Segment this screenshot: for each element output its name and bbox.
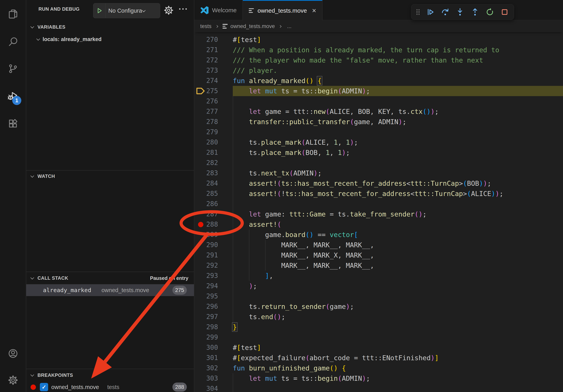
code-token: [	[354, 231, 358, 239]
close-icon[interactable]: ×	[312, 7, 316, 14]
code-line[interactable]: 296 ts.return_to_sender(game);	[194, 301, 563, 312]
section-header-watch[interactable]: WATCH	[26, 171, 194, 181]
code-line[interactable]: 279	[194, 127, 563, 137]
code-line[interactable]: 300#[test]	[194, 342, 563, 353]
step-out-icon[interactable]	[469, 6, 481, 18]
call-stack-frame-row[interactable]: already_marked owned_tests.move 275	[26, 284, 194, 296]
code-line[interactable]: 280 ts.place_mark(ALICE, 1, 1);	[194, 137, 563, 147]
code-line-content[interactable]: let mut ts = ts::begin(ADMIN);	[233, 86, 370, 96]
code-line[interactable]: 294 );	[194, 281, 563, 291]
code-line[interactable]: 272/// the player who made the "false" m…	[194, 55, 563, 65]
code-editor[interactable]: 270#[test]271/// When a position is alre…	[194, 32, 563, 392]
section-header-breakpoints[interactable]: BREAKPOINTS	[26, 370, 194, 380]
code-line-content[interactable]: ts.return_to_sender(game);	[233, 301, 354, 312]
code-line[interactable]: 284 assert!(ts::has_most_recent_for_addr…	[194, 178, 563, 188]
step-over-icon[interactable]	[439, 6, 451, 18]
code-line[interactable]: 292 MARK__, MARK__, MARK__,	[194, 260, 563, 271]
code-line[interactable]: 276	[194, 96, 563, 106]
continue-icon[interactable]	[424, 6, 437, 18]
more-actions-icon[interactable]	[179, 8, 187, 10]
sidebar-title: RUN AND DEBUG	[38, 6, 79, 12]
code-line[interactable]: 288 assert!(	[194, 219, 563, 230]
code-line-content[interactable]: ts.place_mark(ALICE, 1, 1);	[233, 137, 358, 147]
gripper-icon[interactable]	[414, 6, 422, 18]
code-line[interactable]: 270#[test]	[194, 35, 563, 45]
code-line[interactable]: 287 let game: ttt::Game = ts.take_from_s…	[194, 209, 563, 219]
code-line[interactable]: 271/// When a position is already marked…	[194, 45, 563, 55]
code-line-content[interactable]: );	[233, 281, 257, 291]
code-line[interactable]: 286	[194, 199, 563, 209]
code-line[interactable]: 273/// player.	[194, 65, 563, 76]
settings-gear-icon[interactable]	[8, 375, 19, 386]
variables-locals-row[interactable]: locals: already_marked	[26, 34, 194, 45]
code-line[interactable]: 275 let mut ts = ts::begin(ADMIN);	[194, 86, 563, 96]
step-into-icon[interactable]	[454, 6, 467, 18]
code-line-content[interactable]: assert!(!ts::has_most_recent_for_address…	[233, 188, 503, 199]
code-line[interactable]: 301#[expected_failure(abort_code = ttt::…	[194, 353, 563, 363]
code-line[interactable]: 304	[194, 383, 563, 392]
code-line[interactable]: 295	[194, 291, 563, 301]
code-line[interactable]: 274fun already_marked() {	[194, 76, 563, 86]
code-line[interactable]: 283 ts.next_tx(ADMIN);	[194, 168, 563, 178]
breadcrumb[interactable]: tests owned_tests.move ...	[194, 20, 563, 32]
code-line-content[interactable]: #[test]	[233, 35, 261, 45]
code-line[interactable]: 277 let game = ttt::new(ALICE, BOB, KEY,…	[194, 106, 563, 117]
code-line[interactable]: 282	[194, 158, 563, 168]
restart-icon[interactable]	[483, 6, 496, 18]
search-icon[interactable]	[8, 36, 19, 47]
code-line-content[interactable]: fun already_marked() {	[233, 76, 321, 86]
code-line[interactable]: 303 let mut ts = ts::begin(ADMIN);	[194, 373, 563, 383]
code-line-content[interactable]: let game = ttt::new(ALICE, BOB, KEY, ts.…	[233, 106, 439, 117]
code-line-content[interactable]: ts.end();	[233, 312, 285, 322]
breakpoint-checkbox[interactable]: ✓	[40, 383, 48, 391]
code-line-content[interactable]: assert!(	[233, 219, 281, 230]
section-header-variables[interactable]: VARIABLES	[26, 22, 194, 32]
config-dropdown-label: No Configura	[108, 8, 142, 14]
code-line-content[interactable]: fun burn_unfinished_game() {	[233, 363, 346, 373]
code-line[interactable]: 285 assert!(!ts::has_most_recent_for_add…	[194, 188, 563, 199]
code-line-content[interactable]: #[test]	[233, 342, 261, 353]
code-line-content[interactable]: }	[233, 322, 237, 332]
source-control-icon[interactable]	[8, 63, 19, 74]
code-line[interactable]: 281 ts.place_mark(BOB, 1, 1);	[194, 147, 563, 158]
code-line-content[interactable]: MARK__, MARK_X, MARK__,	[233, 250, 374, 260]
debug-config-dropdown[interactable]: No Configura	[93, 3, 160, 18]
code-line-content[interactable]: MARK__, MARK__, MARK__,	[233, 260, 374, 271]
code-line[interactable]: 293 ],	[194, 271, 563, 281]
code-line[interactable]: 290 MARK__, MARK__, MARK__,	[194, 240, 563, 250]
code-line-content[interactable]: assert!(ts::has_most_recent_for_address<…	[233, 178, 491, 188]
start-debug-icon[interactable]	[93, 3, 105, 18]
section-header-call-stack[interactable]: CALL STACK Paused on entry	[26, 273, 194, 283]
code-line-content[interactable]: MARK__, MARK__, MARK__,	[233, 240, 374, 250]
code-line-content[interactable]: ],	[233, 271, 273, 281]
code-line-content[interactable]: /// player.	[233, 65, 277, 76]
code-token: ADMIN	[293, 169, 313, 177]
stop-icon[interactable]	[498, 6, 511, 18]
tab-welcome[interactable]: Welcome	[194, 0, 243, 20]
account-icon[interactable]	[8, 348, 19, 359]
code-line-content[interactable]: /// When a position is already marked, t…	[233, 45, 499, 55]
code-line-content[interactable]: ts.next_tx(ADMIN);	[233, 168, 321, 178]
code-line-content[interactable]: game.board() == vector[	[233, 230, 358, 240]
code-line[interactable]: 289 game.board() == vector[	[194, 230, 563, 240]
code-token: (	[301, 149, 305, 157]
code-line[interactable]: 291 MARK__, MARK_X, MARK__,	[194, 250, 563, 260]
code-line[interactable]: 302fun burn_unfinished_game() {	[194, 363, 563, 373]
debug-settings-gear-icon[interactable]	[163, 5, 174, 16]
explorer-icon[interactable]	[8, 9, 19, 20]
code-line-content[interactable]: let mut ts = ts::begin(ADMIN);	[233, 373, 370, 383]
activity-bar: 1	[0, 0, 26, 392]
code-line[interactable]: 298}	[194, 322, 563, 332]
code-line[interactable]: 297 ts.end();	[194, 312, 563, 322]
code-line[interactable]: 278 transfer::public_transfer(game, ADMI…	[194, 117, 563, 127]
tab-owned-tests-move[interactable]: owned_tests.move ×	[243, 0, 322, 20]
code-line-content[interactable]: let game: ttt::Game = ts.take_from_sende…	[233, 209, 427, 219]
breakpoint-list-item[interactable]: ✓ owned_tests.move tests 288	[26, 382, 194, 392]
code-line-content[interactable]: #[expected_failure(abort_code = ttt::ENo…	[233, 353, 439, 363]
code-line[interactable]: 299	[194, 332, 563, 342]
code-line-content[interactable]: /// the player who made the "false" move…	[233, 55, 483, 65]
extensions-icon[interactable]	[8, 118, 19, 129]
code-line-content[interactable]: transfer::public_transfer(game, ADMIN);	[233, 117, 406, 127]
code-token: (	[467, 190, 471, 197]
code-line-content[interactable]: ts.place_mark(BOB, 1, 1);	[233, 147, 350, 158]
